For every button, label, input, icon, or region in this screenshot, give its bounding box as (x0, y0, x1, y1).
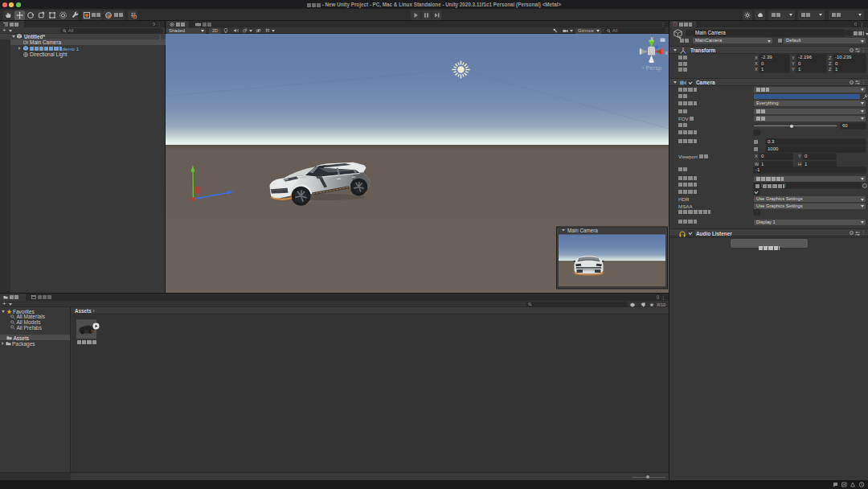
svg-text:‹ Persp: ‹ Persp (642, 64, 661, 72)
svg-text:Main Camera: Main Camera (567, 228, 598, 233)
